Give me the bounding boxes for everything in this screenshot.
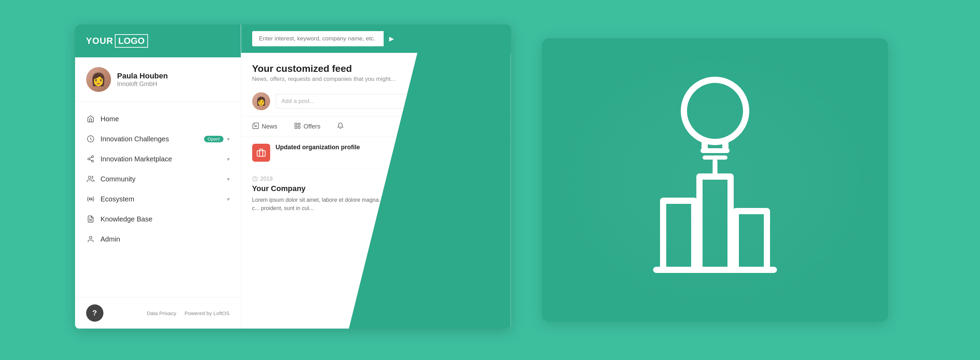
svg-point-19 xyxy=(684,80,746,142)
svg-line-5 xyxy=(89,157,91,159)
powered-by-link[interactable]: Powered by LoftOS xyxy=(185,310,229,316)
right-panel xyxy=(525,25,905,335)
sidebar-item-innovation-marketplace-label: Innovation Marketplace xyxy=(101,155,223,163)
search-input[interactable] xyxy=(252,31,383,46)
help-icon: ? xyxy=(92,309,97,317)
sidebar-item-knowledge-base[interactable]: Knowledge Base xyxy=(75,209,241,229)
innovation-marketplace-icon xyxy=(86,154,95,163)
svg-line-4 xyxy=(89,159,91,161)
footer-links: Data Privacy Powered by LoftOS xyxy=(147,310,229,316)
more-tab-icon xyxy=(337,122,344,131)
knowledge-base-icon xyxy=(86,214,95,224)
sidebar-footer: ? Data Privacy Powered by LoftOS xyxy=(75,297,241,328)
sidebar-item-home[interactable]: Home xyxy=(75,109,241,129)
svg-rect-17 xyxy=(257,151,265,156)
updated-org-icon xyxy=(252,144,270,162)
svg-rect-26 xyxy=(736,211,767,270)
sidebar-item-home-label: Home xyxy=(101,115,230,123)
svg-rect-14 xyxy=(298,123,300,125)
sidebar-item-knowledge-base-label: Knowledge Base xyxy=(101,215,230,223)
svg-point-10 xyxy=(89,236,92,239)
sidebar-item-innovation-marketplace[interactable]: Innovation Marketplace ▾ xyxy=(75,149,241,169)
community-icon xyxy=(86,174,95,184)
sidebar: YOUR LOGO 👩 Paula Houben Innoloft GmbH xyxy=(75,25,241,328)
sidebar-item-innovation-challenges[interactable]: Innovation Challenges Open! ▾ xyxy=(75,129,241,149)
tab-news[interactable]: News xyxy=(252,117,286,136)
user-section: 👩 Paula Houben Innoloft GmbH xyxy=(75,57,241,102)
sidebar-item-admin[interactable]: Admin xyxy=(75,229,241,249)
nav-menu: Home Innovation Challenges Open! ▾ xyxy=(75,102,241,297)
user-info: Paula Houben Innoloft GmbH xyxy=(117,71,168,88)
user-name: Paula Houben xyxy=(117,71,168,81)
main-container: YOUR LOGO 👩 Paula Houben Innoloft GmbH xyxy=(75,25,905,335)
svg-rect-15 xyxy=(295,127,297,128)
admin-icon xyxy=(86,235,95,244)
svg-rect-24 xyxy=(663,201,694,270)
logo-box: LOGO xyxy=(115,34,148,48)
svg-point-6 xyxy=(88,176,91,179)
innovation-challenges-badge: Open! xyxy=(204,136,223,142)
user-company: Innoloft GmbH xyxy=(117,81,168,88)
illustration-svg xyxy=(628,73,802,287)
sidebar-item-ecosystem[interactable]: Ecosystem ▾ xyxy=(75,189,241,209)
innovation-challenges-icon xyxy=(86,135,95,143)
sidebar-item-community[interactable]: Community ▾ xyxy=(75,169,241,189)
ecosystem-chevron: ▾ xyxy=(227,196,230,203)
svg-rect-16 xyxy=(298,127,300,128)
svg-rect-13 xyxy=(295,123,297,125)
sidebar-item-admin-label: Admin xyxy=(101,235,230,243)
search-button[interactable]: ▶ xyxy=(383,31,399,47)
svg-rect-25 xyxy=(700,176,730,270)
sidebar-item-ecosystem-label: Ecosystem xyxy=(101,195,223,203)
svg-point-7 xyxy=(90,198,92,200)
logo-text-before: YOUR xyxy=(86,36,113,46)
tab-news-label: News xyxy=(262,123,277,130)
tab-offers[interactable]: Offers xyxy=(286,117,329,136)
tab-more[interactable] xyxy=(329,117,352,136)
innovation-marketplace-chevron: ▾ xyxy=(227,156,230,162)
help-button[interactable]: ? xyxy=(86,304,103,322)
home-icon xyxy=(86,114,95,123)
innovation-challenges-chevron: ▾ xyxy=(227,136,230,142)
post-avatar: 👩 xyxy=(252,92,270,110)
illustration-card xyxy=(542,38,888,322)
main-content: ▶ Your customized feed News, offers, req… xyxy=(241,25,511,328)
sidebar-item-innovation-challenges-label: Innovation Challenges xyxy=(101,135,201,143)
news-tab-icon xyxy=(252,122,259,131)
ecosystem-icon xyxy=(86,195,95,203)
community-chevron: ▾ xyxy=(227,176,230,182)
left-card: YOUR LOGO 👩 Paula Houben Innoloft GmbH xyxy=(75,25,511,328)
offers-tab-icon xyxy=(294,122,301,131)
sidebar-item-community-label: Community xyxy=(101,175,223,183)
data-privacy-link[interactable]: Data Privacy xyxy=(147,310,176,316)
avatar: 👩 xyxy=(86,67,111,92)
tab-offers-label: Offers xyxy=(304,123,321,130)
sidebar-header: YOUR LOGO xyxy=(75,25,241,57)
